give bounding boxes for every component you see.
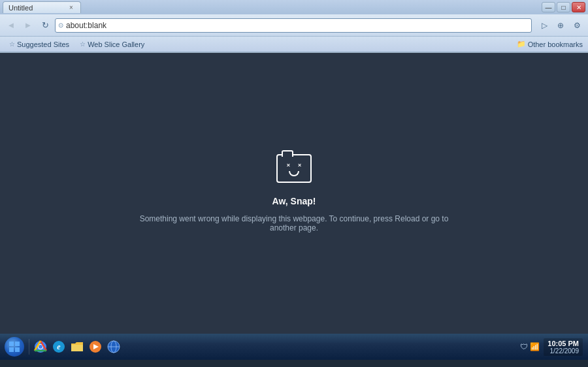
nav-icons: ▷ ⊕ ⚙ xyxy=(537,18,584,33)
maximize-button[interactable]: □ xyxy=(557,2,570,12)
error-message: Something went wrong while displaying th… xyxy=(131,214,457,232)
svg-point-6 xyxy=(39,345,42,349)
error-title: Aw, Snap! xyxy=(272,196,316,206)
taskbar-ie-app[interactable]: e xyxy=(50,338,67,356)
svg-rect-3 xyxy=(15,347,20,352)
windows-logo-icon xyxy=(9,342,20,352)
feed-button[interactable]: ▷ xyxy=(537,18,551,33)
sad-eyes: × × xyxy=(287,162,302,168)
clock-date: 1/22/2009 xyxy=(550,347,580,355)
svg-rect-0 xyxy=(9,342,14,346)
svg-rect-2 xyxy=(9,347,14,352)
taskbar-globe-app[interactable] xyxy=(105,338,122,356)
security-tray-icon: 🛡 xyxy=(520,342,528,351)
tab-close-button[interactable]: × xyxy=(67,4,75,12)
clock-time: 10:05 PM xyxy=(547,340,579,347)
suggested-sites-bookmark[interactable]: ☆ Suggested Sites xyxy=(5,39,73,50)
folder-icon: 📁 xyxy=(517,40,526,48)
bookmarks-right: 📁 Other bookmarks xyxy=(517,40,583,48)
taskbar-right: 🛡 📶 10:05 PM 1/22/2009 xyxy=(520,338,585,356)
taskbar-chrome-app[interactable] xyxy=(32,338,49,356)
bookmark-icon: ☆ xyxy=(9,40,15,48)
svg-rect-1 xyxy=(15,342,20,346)
minimize-button[interactable]: — xyxy=(542,2,555,12)
browser-chrome: Untitled × — □ ✕ ◄ ► ↻ ⊙ ▷ ⊕ ⚙ ☆ Suggest… xyxy=(0,0,588,53)
sad-mouth xyxy=(289,171,299,176)
browser-tab[interactable]: Untitled × xyxy=(3,1,81,13)
tools-button[interactable]: ⚙ xyxy=(570,18,584,33)
other-bookmarks-label: Other bookmarks xyxy=(528,40,583,48)
suggested-sites-label: Suggested Sites xyxy=(17,40,69,48)
error-page: × × Aw, Snap! Something went wrong while… xyxy=(0,53,588,334)
back-button[interactable]: ◄ xyxy=(4,18,18,33)
chrome-icon xyxy=(33,340,48,354)
title-bar: Untitled × — □ ✕ xyxy=(0,0,588,14)
navigation-bar: ◄ ► ↻ ⊙ ▷ ⊕ ⚙ xyxy=(0,14,588,37)
taskbar-media-app[interactable] xyxy=(87,338,104,356)
address-bar[interactable]: ⊙ xyxy=(55,18,532,33)
right-eye: × xyxy=(298,162,301,168)
favicon-icon: ⊙ xyxy=(58,22,63,29)
close-button[interactable]: ✕ xyxy=(572,2,585,12)
address-input[interactable] xyxy=(66,21,529,30)
bookmark-icon: ☆ xyxy=(80,40,86,48)
svg-text:e: e xyxy=(57,342,61,351)
window-controls: — □ ✕ xyxy=(542,2,585,12)
reload-button[interactable]: ↻ xyxy=(38,18,52,33)
taskbar-folder-app[interactable] xyxy=(69,338,86,356)
web-slice-gallery-bookmark[interactable]: ☆ Web Slice Gallery xyxy=(76,39,148,50)
forward-button[interactable]: ► xyxy=(21,18,35,33)
sad-face: × × xyxy=(287,162,302,176)
sad-tab-icon: × × xyxy=(276,154,312,183)
taskbar: e 🛡 📶 10:05 PM 1/22/2009 xyxy=(0,334,588,360)
web-slice-gallery-label: Web Slice Gallery xyxy=(88,40,144,48)
taskbar-divider-1 xyxy=(29,339,29,355)
system-tray: 🛡 📶 xyxy=(520,342,540,351)
network-tray-icon: 📶 xyxy=(530,342,540,351)
tab-title: Untitled xyxy=(8,4,63,12)
start-orb xyxy=(5,337,24,357)
clock[interactable]: 10:05 PM 1/22/2009 xyxy=(544,338,583,356)
error-icon-container: × × xyxy=(276,154,312,183)
left-eye: × xyxy=(287,162,290,168)
globe-icon xyxy=(106,340,121,354)
ie-icon: e xyxy=(52,340,66,354)
bookmarks-bar: ☆ Suggested Sites ☆ Web Slice Gallery 📁 … xyxy=(0,37,588,52)
media-player-icon xyxy=(88,340,103,354)
start-button[interactable] xyxy=(3,336,26,357)
folder-icon xyxy=(70,340,84,354)
add-tab-button[interactable]: ⊕ xyxy=(553,18,568,33)
